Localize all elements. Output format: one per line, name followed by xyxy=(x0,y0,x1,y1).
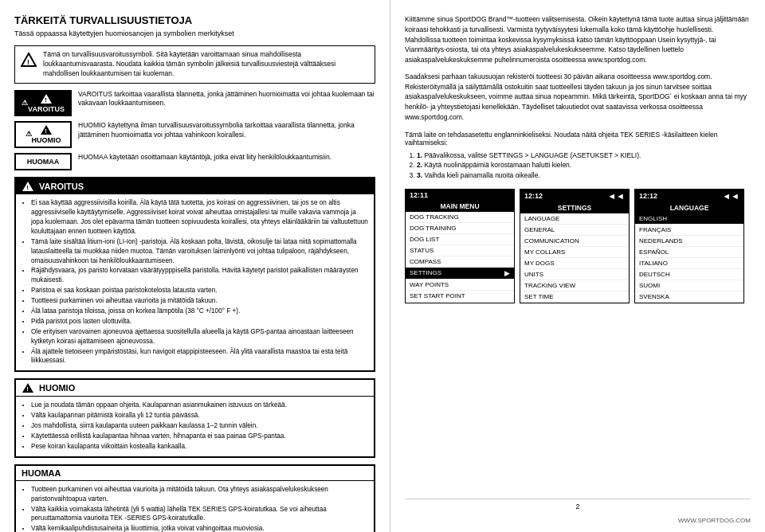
device-screen: 12:12◄◄LANGUAGEENGLISHFRANÇAISNEDERLANDS… xyxy=(634,189,744,303)
device-menu-item: COMPASS xyxy=(406,256,514,268)
list-item: Pese koiran kaulapanta viikoittain koste… xyxy=(31,442,368,452)
device-menu-item-label: MY DOGS xyxy=(524,260,555,267)
device-header: 12:11 xyxy=(406,190,514,201)
device-menu-item: GENERAL xyxy=(520,225,629,236)
device-menu-item-label: MY COLLARS xyxy=(524,248,565,256)
device-menu-item: STATUS xyxy=(406,245,514,256)
list-item: Älä lataa paristoja tiloissa, joissa on … xyxy=(31,307,368,316)
list-item: Vältä kaikkia voimakasta lähetintä (yli … xyxy=(31,505,368,524)
list-item: Vältä kaulapannan pitämistä koiralla yli… xyxy=(31,411,368,421)
website-footer: WWW.SPORTDOG.COM xyxy=(405,514,751,524)
symbol-definitions: ! VAROITUS VAROITUS tarkoittaa vaarallis… xyxy=(14,90,375,171)
list-item: Pidä paristot pois lasten ulottuvilta. xyxy=(31,317,368,327)
huomaa-desc: HUOMAA käytetään osoittamaan käytäntöjä,… xyxy=(78,153,375,162)
list-item: 3. Vaihda kieli painamalla nuoita oikeal… xyxy=(417,170,751,181)
device-menu-item-label: ESPAÑOL xyxy=(639,248,669,256)
big-warning-body: Ei saa käyttää aggressiivisilla koirilla… xyxy=(16,194,374,370)
list-item: 1. Päävalikossa, valitse SETTINGS > LANG… xyxy=(417,151,751,161)
device-menu-item: DEUTSCH xyxy=(635,269,743,280)
steps-intro: Tämä laite on tehdasasetettu englanninki… xyxy=(405,131,751,147)
svg-text:!: ! xyxy=(45,127,47,135)
device-menu-item: LANGUAGE xyxy=(520,213,629,225)
device-menu-item: SET START POINT xyxy=(406,291,514,302)
warning-triangle-icon: ! xyxy=(21,52,37,70)
big-warning-title: VAROITUS xyxy=(39,182,84,191)
device-time: 12:12 xyxy=(524,192,543,200)
device-menu-item: SVENSKA xyxy=(635,291,743,303)
page-subtitle: Tässä oppaassa käytettyjen huomiosanojen… xyxy=(14,29,375,37)
steps-list: 1. Päävalikossa, valitse SETTINGS > LANG… xyxy=(417,151,751,181)
varoitus-desc: VAROITUS tarkoittaa vaarallista tilannet… xyxy=(78,90,375,109)
device-menu-item: NEDERLANDS xyxy=(635,236,743,247)
svg-text:!: ! xyxy=(26,385,29,393)
device-menu-item-label: TRACKING VIEW xyxy=(524,282,575,289)
device-menu-item-label: ENGLISH xyxy=(639,215,667,222)
huomaa-row: HUOMAA HUOMAA käytetään osoittamaan käyt… xyxy=(14,153,375,170)
list-item: Käytettäessä erillistä kaulapantaa hihna… xyxy=(31,432,368,441)
device-menu-title: LANGUAGE xyxy=(635,202,743,213)
varoitus-badge: ! VAROITUS xyxy=(14,90,72,117)
device-menu-item-label: DOG TRACKING xyxy=(410,213,459,221)
list-item: Älä ajattele tietoiseen ympäristöstäsi, … xyxy=(31,347,368,366)
device-menu-item-label: UNITS xyxy=(524,271,543,278)
svg-text:!: ! xyxy=(26,184,29,191)
device-header: 12:12◄◄ xyxy=(635,190,743,202)
list-item: Räjähdysvaara, jos paristo korvataan vää… xyxy=(31,266,368,285)
intro-warning-text: Tämä on turvallisuusvaroitussymboli. Sit… xyxy=(43,50,369,79)
list-item: Ei saa käyttää aggressiivisilla koirilla… xyxy=(31,198,368,237)
big-warning-section: ! VAROITUS Ei saa käyttää aggressiivisil… xyxy=(14,177,375,372)
device-time: 12:12 xyxy=(639,192,657,200)
device-menu-item-label: NEDERLANDS xyxy=(639,237,683,244)
device-menu-item: MY DOGS xyxy=(520,258,629,269)
device-menu-title: SETTINGS xyxy=(520,202,629,213)
huomaa-section-header: HUOMAA xyxy=(16,466,374,481)
list-item: Tämä laite sisältää litium-ioni (LI-Ion)… xyxy=(31,237,368,266)
device-menu-item-label: SETTINGS xyxy=(410,269,441,276)
device-menu-item-label: WAY POINTS xyxy=(410,281,449,288)
device-menu-item-label: SET START POINT xyxy=(410,292,465,299)
device-menu-item-label: LANGUAGE xyxy=(524,215,559,222)
device-menu-item-label: COMPASS xyxy=(410,258,441,265)
intro-warning-box: ! Tämä on turvallisuusvaroitussymboli. S… xyxy=(14,45,375,84)
left-column: TÄRKEITÄ TURVALLISUUSTIETOJA Tässä oppaa… xyxy=(0,0,390,532)
right-para2: Saadaksesi parhaan takuusuojan rekisterö… xyxy=(405,72,751,123)
big-warning-header: ! VAROITUS xyxy=(16,178,374,194)
device-menu-item-label: GENERAL xyxy=(524,226,555,233)
device-menu-item: ENGLISH xyxy=(635,213,743,225)
huomio-badge: ! HUOMIO xyxy=(14,121,72,148)
device-menu-item-label: SUOMI xyxy=(639,282,660,289)
device-menu-item-label: ITALIANO xyxy=(639,260,668,267)
list-item: 2. Käytä nuolinäppäimiä korostamaan halu… xyxy=(417,160,751,170)
device-menu-item: FRANÇAIS xyxy=(635,225,743,236)
device-menu-item: COMMUNICATION xyxy=(520,236,629,247)
list-item: Vältä kemikaalipuhdistusaineita ja liiuo… xyxy=(31,524,368,532)
device-menu-item: TRACKING VIEW xyxy=(520,280,629,291)
device-time: 12:11 xyxy=(410,191,428,199)
huomio-desc: HUOMIO käytettynä ilman turvallisuusvaro… xyxy=(78,121,375,140)
page-number: 2 xyxy=(405,499,751,510)
chevron-right-icon: ▶ xyxy=(504,269,510,277)
device-menu-item-label: DEUTSCH xyxy=(639,271,670,278)
huomio-section-header: ! HUOMIO xyxy=(16,380,374,397)
device-menu-item: DOG LIST xyxy=(406,234,514,245)
page-title: TÄRKEITÄ TURVALLISUUSTIETOJA xyxy=(14,14,375,28)
device-menu-item-label: SVENSKA xyxy=(639,293,669,300)
list-item: Ole erityisen varovainen ajoneuvoa ajett… xyxy=(31,327,368,346)
device-menu-item-label: COMMUNICATION xyxy=(524,237,579,244)
huomaa-section-title: HUOMAA xyxy=(22,468,61,478)
device-header: 12:12◄◄ xyxy=(520,190,629,202)
huomio-row: ! HUOMIO HUOMIO käytettynä ilman turvall… xyxy=(14,121,375,148)
list-item: Tuotteesi purkaminen voi aiheuttaa vauri… xyxy=(31,296,368,306)
device-menu-item: SET TIME xyxy=(520,291,629,303)
huomio-section: ! HUOMIO Lue ja noudata tämän oppaan ohj… xyxy=(14,378,375,457)
device-menu-item: ITALIANO xyxy=(635,258,743,269)
huomaa-badge: HUOMAA xyxy=(14,153,72,170)
huomio-section-body: Lue ja noudata tämän oppaan ohjeita. Kau… xyxy=(16,397,374,456)
huomaa-section-body: Tuotteen purkaminen voi aiheuttaa vaurio… xyxy=(16,481,374,532)
list-item: Paristoa ei saa koskaan poistaa paristok… xyxy=(31,286,368,295)
device-menu-item: WAY POINTS xyxy=(406,280,514,291)
device-menu-item: ESPAÑOL xyxy=(635,247,743,258)
device-screen: 12:11MAIN MENUDOG TRACKINGDOG TRAININGDO… xyxy=(405,189,515,303)
devices-row: 12:11MAIN MENUDOG TRACKINGDOG TRAININGDO… xyxy=(405,189,751,303)
device-menu-item-label: FRANÇAIS xyxy=(639,226,671,233)
